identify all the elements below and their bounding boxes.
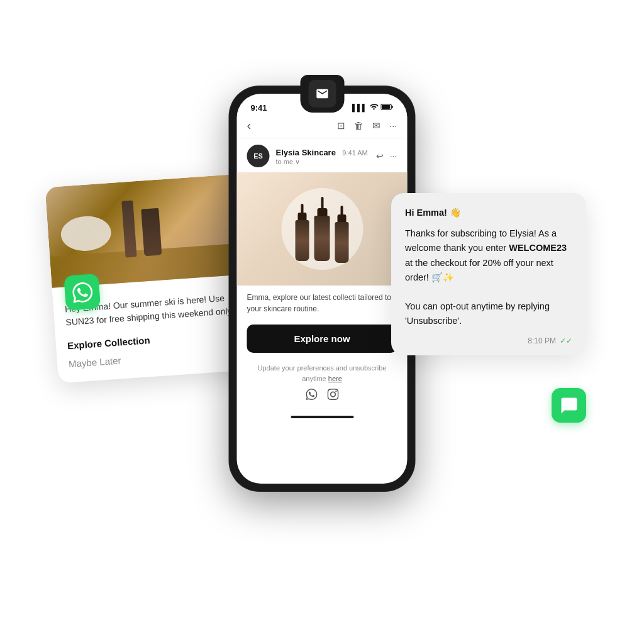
email-nav-bar: ‹ ⊡ 🗑 ✉ ··· [237,116,408,138]
sender-to-label: to me ∨ [276,158,370,166]
phone-notch [300,75,344,113]
sms-message: Thanks for subscribing to Elysia! As a w… [405,226,572,328]
serum-bottle-3 [335,206,349,263]
sender-avatar: ES [247,145,270,167]
signal-icon: ▌▌▌ [352,104,367,111]
email-footer: Update your preferences and unsubscribe … [237,359,408,408]
svg-rect-1 [382,105,390,109]
more-email-icon[interactable]: ··· [390,151,397,161]
whatsapp-notification-card: Hey Emma! Our summer ski is here! Use SU… [45,174,253,384]
sms-check-icon: ✓✓ [560,336,572,345]
phone-screen: 9:41 ▌▌▌ ‹ ⊡ [237,94,408,484]
reply-icon[interactable]: ↩ [376,151,384,161]
whatsapp-card-image [45,174,246,288]
battery-icon [381,103,394,112]
label-icon[interactable]: ✉ [372,120,380,131]
sms-text: Hi Emma! 👋 Thanks for subscribing to Ely… [405,206,572,329]
archive-icon[interactable]: ⊡ [337,120,345,131]
email-body-text: Emma, explore our latest collecti tailor… [237,286,408,319]
home-indicator [237,408,408,426]
status-time: 9:41 [251,103,267,113]
sms-time: 8:10 PM [528,336,556,345]
sender-name: Elysia Skincare [276,148,336,157]
scene: Hey Emma! Our summer ski is here! Use SU… [39,55,605,589]
sender-name-row: Elysia Skincare 9:41 AM [276,147,370,158]
more-icon[interactable]: ··· [389,120,397,131]
whatsapp-maybe-later[interactable]: Maybe Later [69,355,121,369]
whatsapp-icon-badge [64,274,101,311]
phone-outer: 9:41 ▌▌▌ ‹ ⊡ [230,86,415,491]
phone-mockup: 9:41 ▌▌▌ ‹ ⊡ [230,86,415,491]
svg-rect-2 [392,106,393,108]
wifi-icon [370,103,379,113]
email-product-image [237,172,408,286]
unsubscribe-link[interactable]: here [328,375,342,382]
sender-info: Elysia Skincare 9:41 AM to me ∨ [276,147,370,166]
explore-now-button[interactable]: Explore now [247,325,397,353]
sms-greeting: Hi Emma! 👋 [405,206,572,220]
delete-icon[interactable]: 🗑 [354,120,364,131]
back-arrow-icon[interactable]: ‹ [247,118,252,133]
whatsapp-footer-icon [306,389,317,404]
serum-bottle-2 [314,197,330,261]
status-icons: ▌▌▌ [352,103,393,113]
sender-time: 9:41 AM [342,149,367,157]
email-sender-row: ES Elysia Skincare 9:41 AM to me ∨ ↩ ··· [237,138,408,172]
email-footer-social-icons [247,389,397,404]
serum-bottle-1 [296,204,309,261]
instagram-footer-icon [327,389,338,404]
messages-icon-badge [552,388,586,423]
home-bar [291,416,353,418]
sms-footer: 8:10 PM ✓✓ [405,336,572,345]
footer-text: Update your preferences and unsubscribe … [258,364,387,382]
sms-bubble-card: Hi Emma! 👋 Thanks for subscribing to Ely… [391,193,586,355]
email-reply-icons: ↩ ··· [376,151,397,161]
mail-icon-badge [308,80,336,108]
email-toolbar-icons: ⊡ 🗑 ✉ ··· [337,120,397,131]
whatsapp-explore-btn[interactable]: Explore Collection [67,328,240,351]
